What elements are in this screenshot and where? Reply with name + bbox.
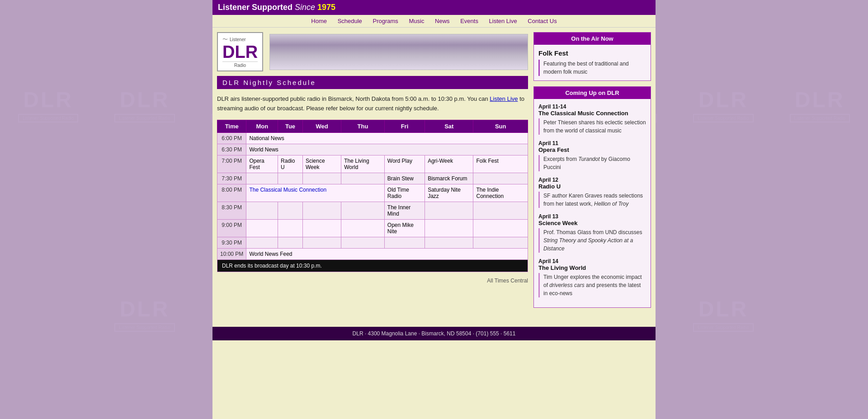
cell-saturday-nite-jazz: Saturday Nite Jazz xyxy=(425,184,473,202)
main-content: 〜 Listener DLR Radio DLR Nightly Schedul… xyxy=(212,28,656,318)
date-2: April 11 xyxy=(538,140,646,146)
cell-radio-u: Radio U xyxy=(278,155,303,173)
logo-radio-text: Radio xyxy=(222,61,258,68)
time-730pm: 7:30 PM xyxy=(217,173,246,184)
cell-world-news: World News xyxy=(246,144,528,155)
on-air-show-desc: Featuring the best of traditional and mo… xyxy=(538,60,646,76)
table-row: 10:00 PM World News Feed xyxy=(217,248,528,259)
col-wed: Wed xyxy=(302,120,341,132)
nav-schedule[interactable]: Schedule xyxy=(338,18,362,24)
nav-listen-live[interactable]: Listen Live xyxy=(489,18,517,24)
table-row: 9:30 PM xyxy=(217,237,528,248)
desc-4: Prof. Thomas Glass from UND discusses St… xyxy=(538,228,646,253)
time-830pm: 8:30 PM xyxy=(217,202,246,219)
cell-900-mon xyxy=(246,219,278,237)
nav-news[interactable]: News xyxy=(435,18,450,24)
nav-home[interactable]: Home xyxy=(311,18,327,24)
cell-900-thu xyxy=(341,219,385,237)
cell-world-news-feed: World News Feed xyxy=(246,248,528,259)
banner-image xyxy=(269,34,528,70)
title-since: Since xyxy=(295,3,317,12)
cell-830-mon xyxy=(246,202,278,219)
cell-930-wed xyxy=(302,237,341,248)
cell-science-week: Science Week xyxy=(302,155,341,173)
coming-up-item-5: April 14 The Living World Tim Unger expl… xyxy=(538,258,646,297)
cell-830-tue xyxy=(278,202,303,219)
table-row: 9:00 PM Open Mike Nite xyxy=(217,219,528,237)
cell-930-sat xyxy=(425,237,473,248)
desc-1: Peter Thiesen shares his eclectic select… xyxy=(538,118,646,135)
cell-folk-fest: Folk Fest xyxy=(473,155,528,173)
coming-up-header: Coming Up on DLR xyxy=(534,87,651,99)
desc-2: Excerpts from Turandot by Giacomo Puccin… xyxy=(538,155,646,171)
nav-events[interactable]: Events xyxy=(460,18,478,24)
table-header-row: Time Mon Tue Wed Thu Fri Sat Sun xyxy=(217,120,528,132)
time-900pm: 9:00 PM xyxy=(217,219,246,237)
broadcast-end-note: DLR ends its broadcast day at 10:30 p.m. xyxy=(217,259,528,272)
schedule-table: Time Mon Tue Wed Thu Fri Sat Sun 6:00 PM xyxy=(217,120,528,272)
show-5: The Living World xyxy=(538,264,646,271)
table-row: 7:00 PM Opera Fest Radio U Science Week … xyxy=(217,155,528,173)
coming-up-item-2: April 11 Opera Fest Excerpts from Turand… xyxy=(538,140,646,171)
coming-up-item-1: April 11-14 The Classical Music Connecti… xyxy=(538,104,646,135)
right-column: On the Air Now Folk Fest Featuring the b… xyxy=(533,32,651,313)
page-wrapper: Listener Supported Since 1975 Home Sched… xyxy=(212,0,656,419)
on-air-show-title: Folk Fest xyxy=(538,49,646,57)
left-column: 〜 Listener DLR Radio DLR Nightly Schedul… xyxy=(217,32,533,313)
show-4: Science Week xyxy=(538,220,646,226)
description-text-1: DLR airs listener-supported public radio… xyxy=(217,95,490,102)
col-thu: Thu xyxy=(341,120,385,132)
cell-old-time-radio: Old Time Radio xyxy=(384,184,425,202)
cell-900-sat xyxy=(425,219,473,237)
cell-900-tue xyxy=(278,219,303,237)
table-footer-row: DLR ends its broadcast day at 10:30 p.m. xyxy=(217,259,528,272)
listen-live-link[interactable]: Listen Live xyxy=(490,95,518,102)
cell-930-tue xyxy=(278,237,303,248)
cell-930-sun xyxy=(473,237,528,248)
cell-opera-fest: Opera Fest xyxy=(246,155,278,173)
cell-730-sun xyxy=(473,173,528,184)
col-sat: Sat xyxy=(425,120,473,132)
cell-730-wed xyxy=(302,173,341,184)
date-5: April 14 xyxy=(538,258,646,264)
nav-programs[interactable]: Programs xyxy=(373,18,398,24)
time-630pm: 6:30 PM xyxy=(217,144,246,155)
page-footer: DLR · 4300 Magnolia Lane · Bismarck, ND … xyxy=(212,327,656,340)
cell-word-play: Word Play xyxy=(384,155,425,173)
date-3: April 12 xyxy=(538,177,646,183)
cell-830-thu xyxy=(341,202,385,219)
cell-classical-music: The Classical Music Connection xyxy=(246,184,384,202)
schedule-title: DLR Nightly Schedule xyxy=(217,76,528,89)
coming-up-box: Coming Up on DLR April 11-14 The Classic… xyxy=(533,86,651,308)
cell-living-world: The Living World xyxy=(341,155,385,173)
on-air-box: On the Air Now Folk Fest Featuring the b… xyxy=(533,32,651,81)
table-row: 6:00 PM National News xyxy=(217,132,528,144)
logo-box: 〜 Listener DLR Radio xyxy=(217,32,263,71)
site-title: Listener Supported Since 1975 xyxy=(218,3,335,12)
cell-inner-mind: The Inner Mind xyxy=(384,202,425,219)
cell-830-sun xyxy=(473,202,528,219)
time-600pm: 6:00 PM xyxy=(217,132,246,144)
desc-3: SF author Karen Graves reads selections … xyxy=(538,192,646,208)
table-row: 8:00 PM The Classical Music Connection O… xyxy=(217,184,528,202)
cell-900-sun xyxy=(473,219,528,237)
nav-contact-us[interactable]: Contact Us xyxy=(528,18,557,24)
cell-730-tue xyxy=(278,173,303,184)
logo-area: 〜 Listener DLR Radio xyxy=(217,32,528,71)
table-row: 6:30 PM World News xyxy=(217,144,528,155)
time-930pm: 9:30 PM xyxy=(217,237,246,248)
title-main: Listener Supported xyxy=(218,3,295,12)
cell-830-wed xyxy=(302,202,341,219)
table-row: 7:30 PM Brain Stew Bismarck Forum xyxy=(217,173,528,184)
cell-730-mon xyxy=(246,173,278,184)
nav-music[interactable]: Music xyxy=(409,18,424,24)
cell-agri-week: Agri-Week xyxy=(425,155,473,173)
show-2: Opera Fest xyxy=(538,146,646,153)
all-times-note: All Times Central xyxy=(217,276,528,286)
date-1: April 11-14 xyxy=(538,104,646,110)
col-time: Time xyxy=(217,120,246,132)
cell-930-thu xyxy=(341,237,385,248)
coming-up-item-3: April 12 Radio U SF author Karen Graves … xyxy=(538,177,646,208)
schedule-description: DLR airs listener-supported public radio… xyxy=(217,94,528,113)
cell-open-mike: Open Mike Nite xyxy=(384,219,425,237)
